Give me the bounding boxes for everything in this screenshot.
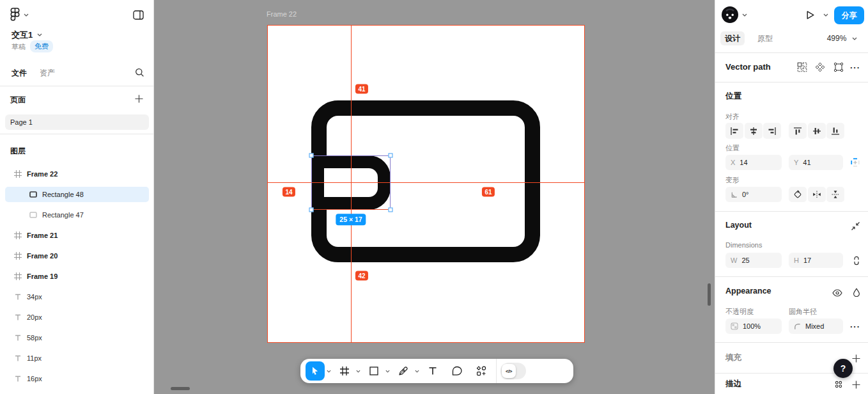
layer-row-text-58px[interactable]: 58px [5,330,149,345]
align-vertical-center-icon[interactable] [808,123,826,139]
rotate-icon[interactable] [789,187,807,202]
plan-badge[interactable]: 免费 [30,40,53,52]
align-bottom-icon[interactable] [826,123,844,139]
canvas-frame-label[interactable]: Frame 22 [267,10,297,18]
tab-design[interactable]: 设计 [720,31,745,45]
toggle-sidebar-icon[interactable] [133,10,144,20]
divider [715,342,868,343]
divider [715,211,868,212]
frame-tool-button[interactable] [335,361,354,381]
search-icon[interactable] [135,68,144,77]
add-stroke-icon[interactable] [850,379,862,390]
align-horizontal-center-icon[interactable] [745,123,763,139]
dimensions-label: Dimensions [725,241,762,249]
move-tool-chevron-icon[interactable] [325,370,332,373]
main-menu-chevron-icon[interactable] [24,13,29,17]
add-page-icon[interactable] [135,95,143,103]
blend-droplet-icon[interactable] [851,287,862,298]
horizontal-scrollbar[interactable] [171,387,190,390]
opacity-input[interactable]: 100% [725,319,782,334]
corner-radius-input[interactable]: Mixed [789,319,843,334]
layer-row-rectangle-47[interactable]: Rectangle 47 [5,207,149,223]
stroke-styles-icon[interactable] [833,379,844,390]
text-layer-icon [14,375,22,382]
visibility-eye-icon[interactable] [832,287,843,299]
appearance-more-icon[interactable]: ··· [849,321,861,333]
pen-tool-chevron-icon[interactable] [413,370,421,373]
selection-handle-top-right[interactable] [389,154,393,158]
height-input[interactable]: H17 [789,253,843,268]
avatar-chevron-icon[interactable] [742,13,747,17]
align-left-icon[interactable] [725,123,743,139]
page-item[interactable]: Page 1 [5,114,149,130]
layer-row-frame-19[interactable]: Frame 19 [5,269,149,284]
more-options-icon[interactable]: ··· [849,62,861,74]
help-button[interactable]: ? [833,359,853,378]
layer-row-frame-22[interactable]: Frame 22 [5,166,149,182]
align-right-icon[interactable] [763,123,781,139]
rectangle-icon [29,191,37,198]
dev-mode-toggle[interactable]: </> [500,363,526,379]
layer-row-rectangle-48[interactable]: Rectangle 48 [5,187,149,202]
text-tool-button[interactable] [423,361,442,381]
text-layer-icon [14,354,22,362]
selection-bounding-box [311,155,391,210]
align-top-icon[interactable] [789,123,807,139]
resources-tool-button[interactable] [472,361,491,381]
pen-tool-button[interactable] [394,361,413,381]
create-component-icon[interactable] [814,61,826,73]
tab-prototype[interactable]: 原型 [752,31,778,45]
layer-name: Frame 22 [27,170,58,178]
layer-row-text-16px[interactable]: 16px [5,371,149,386]
file-name[interactable]: 交互1 [12,29,33,41]
flip-horizontal-icon[interactable] [808,187,826,202]
layer-name: Frame 20 [27,252,58,260]
divider [715,82,868,83]
present-chevron-icon[interactable] [823,13,828,17]
tab-assets[interactable]: 资产 [40,68,55,79]
selection-size-label: 25 × 17 [336,214,366,225]
select-matching-layers-icon[interactable] [796,61,808,73]
move-tool-button[interactable] [306,361,325,381]
corner-radius-icon [794,323,801,330]
add-fill-icon[interactable] [850,352,862,364]
share-button[interactable]: 分享 [834,6,864,24]
layer-row-frame-21[interactable]: Frame 21 [5,228,149,243]
canvas[interactable]: Frame 22 41 42 14 61 25 × 17 [154,0,715,394]
y-label: Y [794,159,798,166]
selection-handle-bottom-left[interactable] [309,208,314,212]
tab-files[interactable]: 文件 [12,68,27,79]
x-position-input[interactable]: X14 [725,155,782,170]
comment-bubble-icon [452,366,462,376]
rotation-input[interactable]: 0° [725,187,782,202]
collapse-layout-icon[interactable] [849,220,861,232]
flip-vertical-icon[interactable] [826,187,844,202]
divider [715,276,868,277]
dev-mode-icon: </> [502,364,516,378]
file-name-chevron-icon[interactable] [37,33,42,36]
layer-row-text-20px[interactable]: 20px [5,310,149,325]
shape-tool-button[interactable] [364,361,384,381]
frame-tool-chevron-icon[interactable] [354,370,362,373]
layer-name: Frame 19 [27,272,58,280]
opacity-value: 100% [743,322,761,330]
edit-object-icon[interactable] [833,61,844,73]
zoom-level[interactable]: 499% [825,31,848,45]
vertical-scrollbar[interactable] [708,283,711,306]
zoom-chevron-icon[interactable] [852,37,857,40]
constrain-proportions-icon[interactable] [851,255,862,266]
present-play-icon[interactable] [805,10,815,20]
width-input[interactable]: W25 [725,253,782,268]
constraints-icon[interactable] [849,157,861,168]
figma-logo-icon[interactable] [10,7,20,23]
selection-handle-top-left[interactable] [309,154,314,158]
layer-row-text-34px[interactable]: 34px [5,289,149,304]
shape-tool-chevron-icon[interactable] [384,370,391,373]
layer-row-frame-20[interactable]: Frame 20 [5,248,149,264]
comment-tool-button[interactable] [447,361,467,381]
layer-row-text-11px[interactable]: 11px [5,351,149,366]
user-avatar[interactable] [722,6,738,23]
figma-app: 交互1 草稿 免费 文件 资产 页面 Page 1 图层 Frame 22 Re… [0,0,868,394]
y-position-input[interactable]: Y41 [789,155,843,170]
selection-handle-bottom-right[interactable] [389,208,393,212]
